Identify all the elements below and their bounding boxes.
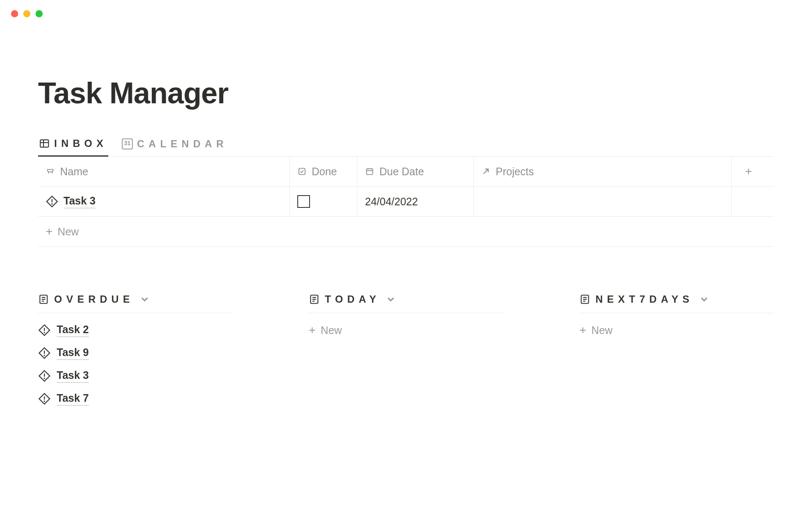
cell-due[interactable]: 24/04/2022 (357, 187, 474, 216)
svg-point-22 (44, 401, 44, 401)
list-today-new[interactable]: + New (309, 313, 503, 337)
page-title: Task Manager (38, 76, 774, 110)
alert-diamond-icon (38, 392, 51, 405)
list-overdue-header[interactable]: OVERDUE (38, 293, 233, 313)
table-header: Name Done Due Date (38, 157, 774, 187)
new-row-button[interactable]: + New (38, 217, 774, 246)
svg-rect-0 (40, 140, 49, 147)
list-next7days-new[interactable]: + New (579, 313, 774, 337)
svg-point-20 (44, 378, 44, 378)
window-traffic-lights (11, 10, 43, 17)
list-today: TODAY + New (309, 293, 503, 406)
table-icon (39, 138, 50, 149)
svg-point-10 (52, 204, 52, 204)
cell-done[interactable] (290, 187, 357, 216)
list-item[interactable]: Task 7 (38, 392, 233, 406)
tab-inbox[interactable]: INBOX (38, 133, 108, 157)
list-today-header[interactable]: TODAY (309, 293, 503, 313)
chevron-down-icon (699, 294, 710, 305)
list-item[interactable]: Task 9 (38, 346, 233, 360)
alert-diamond-icon (38, 324, 51, 337)
cell-name[interactable]: Task 3 (38, 187, 290, 216)
svg-rect-5 (367, 169, 373, 175)
col-name-header[interactable]: Name (38, 157, 290, 186)
alert-diamond-icon (46, 195, 58, 208)
list-icon (38, 294, 49, 305)
text-icon (46, 167, 55, 176)
checkbox-icon (297, 167, 307, 176)
plus-icon: + (46, 225, 52, 238)
window-close-dot[interactable] (11, 10, 18, 17)
alert-diamond-icon (38, 370, 51, 382)
tab-calendar[interactable]: 31 CALENDAR (121, 134, 229, 156)
chevron-down-icon (385, 294, 396, 305)
chevron-down-icon (139, 294, 150, 305)
list-icon (309, 294, 320, 305)
col-due-header[interactable]: Due Date (357, 157, 474, 186)
inbox-table: Name Done Due Date (38, 157, 774, 247)
col-projects-header[interactable]: Projects (474, 157, 732, 186)
window-minimize-dot[interactable] (23, 10, 30, 17)
relation-arrow-icon (481, 167, 491, 176)
plus-icon: + (745, 165, 752, 178)
svg-point-16 (44, 332, 44, 333)
list-item[interactable]: Task 3 (38, 369, 233, 383)
calendar-icon: 31 (122, 138, 133, 149)
alert-diamond-icon (38, 347, 51, 359)
view-tabs: INBOX 31 CALENDAR (38, 133, 774, 157)
svg-rect-4 (299, 168, 305, 175)
tab-calendar-label: CALENDAR (137, 138, 228, 150)
list-next7days-header[interactable]: NEXT7DAYS (579, 293, 774, 313)
list-icon (579, 294, 590, 305)
col-done-header[interactable]: Done (290, 157, 357, 186)
table-row[interactable]: Task 3 24/04/2022 (38, 187, 774, 217)
plus-icon: + (309, 323, 315, 337)
tab-inbox-label: INBOX (54, 138, 107, 149)
checkbox-unchecked[interactable] (297, 195, 310, 208)
calendar-outline-icon (365, 167, 374, 176)
cell-trailing (732, 187, 765, 216)
plus-icon: + (579, 323, 586, 337)
list-next7days: NEXT7DAYS + New (579, 293, 774, 406)
list-item[interactable]: Task 2 (38, 323, 233, 337)
add-column-button[interactable]: + (732, 157, 765, 186)
list-overdue: OVERDUE Task 2 Task 9 Task 3 T (38, 293, 233, 406)
window-zoom-dot[interactable] (36, 10, 43, 17)
lists-section: OVERDUE Task 2 Task 9 Task 3 T (38, 293, 774, 406)
svg-point-18 (44, 355, 44, 356)
cell-projects[interactable] (474, 187, 732, 216)
